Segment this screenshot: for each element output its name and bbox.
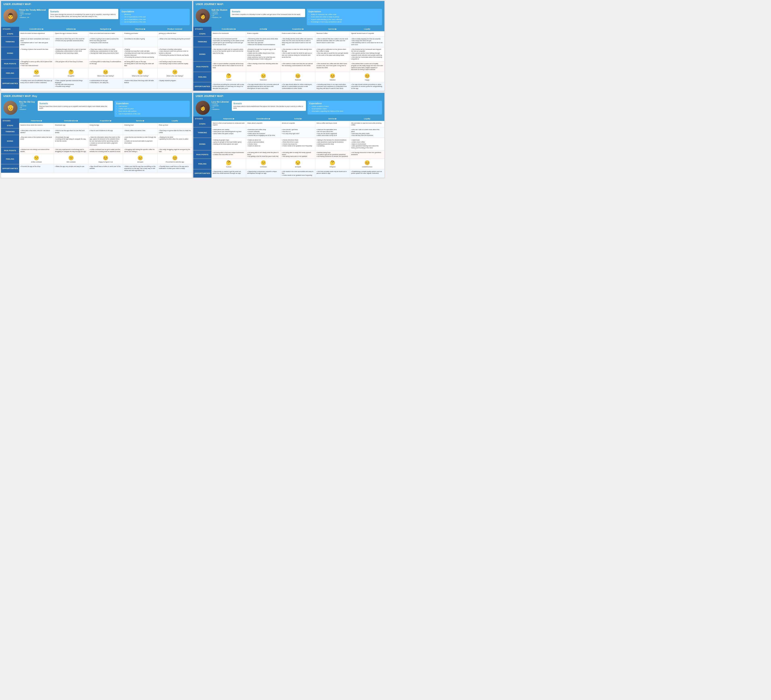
suki-opp-2: • Our app should inform the consumer abo… bbox=[246, 82, 281, 91]
trevor-step-2: Opens the app to browse choices bbox=[54, 31, 88, 36]
suki-thinking-3: • She finally decides what coffee she wa… bbox=[281, 37, 316, 47]
trevor-doing-1: • Thinking of places that would fit the … bbox=[19, 47, 54, 59]
trevor-thinking-cells: • Desire to sit down somewhere and have … bbox=[19, 37, 192, 47]
trevor-step-3: Picks out a drink and reserves a table bbox=[88, 31, 123, 36]
lucy-feeling-label: FEELING bbox=[193, 159, 211, 169]
lucy-feeling-2: 😕Confused bbox=[246, 159, 281, 169]
lucy-exp-1: unique qualities of store bbox=[312, 106, 381, 107]
lucy-detail-3: • 47 bbox=[211, 107, 229, 108]
suki-pain-5: • She wishes their is some sort of loyal… bbox=[350, 62, 384, 72]
suki-opp-1: • Somehow providing the consumer with a … bbox=[211, 82, 246, 91]
trevor-pain-4: not being able to pay on the appnot bein… bbox=[123, 59, 158, 68]
suki-thinking-4: • She is relieved that she is able to do… bbox=[315, 37, 350, 47]
roy-persona-section: 👴 Roy the Old Guy • Male • Librarian • 5… bbox=[1, 99, 192, 119]
lucy-doing-label: DOING bbox=[193, 138, 211, 150]
trevor-opps-cells: • Possibly some sort of notification tha… bbox=[19, 78, 192, 89]
lucy-feeling-5: 😊content/curious bbox=[350, 159, 384, 169]
suki-steps-cells: Needs to Do Homework Enters Leopolds Fin… bbox=[211, 31, 384, 36]
roy-opps-cells: • Promote the app at the shop • Make the… bbox=[19, 164, 192, 173]
roy-opps-label: OPPORTUNITIES bbox=[1, 164, 19, 173]
roy-opps-section: OPPORTUNITIES • Promote the app at the s… bbox=[1, 164, 192, 173]
suki-stages-cells: Consideration ▶ Arrival ▶ Acquisition ▶ … bbox=[211, 27, 384, 31]
roy-pain-cells: • Workers are not entirely sure about al… bbox=[19, 147, 192, 154]
trevor-doing-section: DOING • Thinking of places that would fi… bbox=[1, 47, 192, 60]
suki-feeling-4: 😊Satisfied bbox=[315, 72, 350, 82]
lucy-avatar: 👩 bbox=[196, 101, 210, 115]
trevor-doing-3: • They have made a choice on a drink• Ad… bbox=[88, 47, 123, 59]
roy-stage-5: Loyalty bbox=[158, 119, 192, 123]
roy-expectations-box: Expectations Fast service Coffee worth i… bbox=[114, 101, 190, 117]
lucy-opps-section: OPPORTUNITIES • Opportunity to market & … bbox=[193, 169, 384, 178]
suki-stage-3: Acquisition ▶ bbox=[281, 27, 315, 31]
suki-opps-cells: • Somehow providing the consumer with a … bbox=[211, 82, 384, 91]
roy-feeling-cells: 😕A little confused 😕Still confused 😊Happ… bbox=[19, 154, 192, 164]
lucy-doing-4: • talking to the baristas for recommenda… bbox=[315, 138, 350, 150]
roy-thinking-cells: • What date is the event, who do I ask a… bbox=[19, 129, 192, 135]
suki-pain-3: • She wants to make sure that she can ad… bbox=[281, 62, 316, 72]
roy-thinking-3: • How to use th features in the app bbox=[88, 129, 123, 135]
trevor-opps-section: OPPORTUNITIES • Possibly some sort of no… bbox=[1, 78, 192, 89]
lucy-thinking-1: • what places are nearby• what places ar… bbox=[211, 127, 246, 138]
roy-exp-3: Book events with authors bbox=[119, 110, 188, 112]
suki-exp-2: Know when her order is ready to pickup bbox=[311, 16, 381, 18]
suki-pain-cells: • She is unsure whether Leopolds will be… bbox=[211, 62, 384, 72]
suki-stage-5: Loyalty bbox=[350, 27, 384, 31]
suki-scenario-title: Scenario bbox=[232, 10, 304, 13]
lucy-step-4: Gets a coffee and buys a book bbox=[315, 121, 350, 127]
trevor-feeling-cells: 😕confused 🤔thoughtful 😐What is the user … bbox=[19, 68, 192, 78]
trevor-thinking-2: • What kind of drink they are in the moo… bbox=[54, 37, 88, 47]
lucy-thinking-5: • who can I talk to to learn more about … bbox=[350, 127, 384, 138]
lucy-feeling-section: FEELING 🤔Curious 😕Confused 😒annoyed 🤔Int… bbox=[193, 159, 384, 169]
lucy-feeling-cells: 🤔Curious 😕Confused 😒annoyed 🤔Intrigued 😊… bbox=[211, 159, 384, 169]
bottom-maps-row: USER JOURNEY MAP: Roy 👴 Roy the Old Guy … bbox=[0, 92, 386, 179]
suki-detail-3: • 20 bbox=[211, 15, 228, 16]
lucy-detail-1: • Female bbox=[211, 103, 229, 105]
roy-pain-label: PAIN POINTS bbox=[1, 147, 19, 154]
trevor-thinking-4: Committed to the idea of going bbox=[123, 37, 158, 47]
trevor-feeling-2: 🤔thoughtful bbox=[54, 68, 88, 78]
trevor-expectations-box: Expectations Efficiency List of expectat… bbox=[120, 9, 190, 25]
lucy-thinking-4: • what are the specialties here• tell me… bbox=[315, 127, 350, 138]
trevor-pain-section: PAIN POINTS • Struggling to come up with… bbox=[1, 59, 192, 68]
trevor-avatar: 👨 bbox=[3, 9, 18, 23]
suki-opp-3: • Our app should allow for online orderi… bbox=[281, 82, 316, 91]
trevor-expectations-title: Expectations bbox=[122, 10, 188, 13]
suki-exp-1: Ability to customize her coffee order bbox=[311, 13, 381, 16]
roy-detail-3: • 50 bbox=[19, 107, 35, 108]
trevor-detail-3: • 34 bbox=[19, 15, 46, 16]
lucy-feeling-3: 😒annoyed bbox=[281, 159, 316, 169]
roy-thinking-2: • How to use the app where he can find v… bbox=[54, 129, 88, 135]
roy-title: USER JOURNEY MAP: Roy bbox=[3, 94, 37, 98]
roy-steps-label: STEPS bbox=[1, 123, 19, 128]
lucy-expectations-title: Expectations bbox=[309, 103, 381, 104]
roy-detail-4: • Madison bbox=[19, 108, 35, 110]
suki-feeling-label: FEELING bbox=[193, 72, 211, 82]
roy-exp-4: List of expectations of the user bbox=[119, 113, 188, 115]
lucy-stages-cells: Awareness ▶ Consideration ▶ Arrival ▶ Se… bbox=[211, 117, 384, 121]
lucy-opp-3: • Info needs to be more accessible and e… bbox=[281, 169, 316, 177]
lucy-name: Lucy the Librarian bbox=[211, 101, 229, 103]
roy-scenario-box: Scenario Roy just heard that a book even… bbox=[38, 101, 113, 111]
lucy-pain-4: • baristas being busy• not able to get a… bbox=[315, 150, 350, 159]
roy-pain-5: • Not really struggling might be annoyed… bbox=[158, 147, 192, 154]
lucy-thinking-2: • bookstore and coffee shop• sounds auth… bbox=[246, 127, 281, 138]
roy-detail-2: • Librarian bbox=[19, 105, 35, 107]
lucy-doing-section: DOING • looking at google maps• going on… bbox=[193, 138, 384, 150]
lucy-expectations-box: Expectations unique qualities of store l… bbox=[307, 101, 382, 114]
lucy-stage-2: Consideration ▶ bbox=[246, 117, 281, 121]
trevor-stages-row: STAGES Consideration ▶ Initiation ▶ Navi… bbox=[1, 27, 192, 31]
trevor-detail-4: • Madison, WI bbox=[19, 16, 46, 18]
lucy-exp-2: local business charm bbox=[312, 108, 381, 110]
suki-stages-label: STAGES bbox=[193, 27, 211, 31]
trevor-thinking-1: • Desire to sit down somewhere and have … bbox=[19, 37, 54, 47]
trevor-opps-label: OPPORTUNITIES bbox=[1, 78, 19, 89]
suki-opps-label: OPPORTUNITIES bbox=[193, 82, 211, 91]
page: USER JOURNEY MAP: 👨 Trevor the Trendy Mi… bbox=[0, 0, 386, 179]
trevor-pain-2: • Not yet given info of how busy it is t… bbox=[54, 59, 88, 68]
lucy-opps-cells: • Opportunity to market & get the word o… bbox=[211, 169, 384, 177]
suki-exp-3: A good understanding of the menu offerin… bbox=[311, 18, 381, 21]
suki-persona-section: 👩 Suki the Student • Female • Student • … bbox=[193, 7, 384, 27]
lucy-pain-1: • not being able to find new unique busi… bbox=[211, 150, 246, 159]
lucy-opp-4: • Info that normally could only be found… bbox=[315, 169, 350, 177]
suki-scenario-box: Scenario Suki enters Leopolds on a Monda… bbox=[230, 9, 305, 17]
